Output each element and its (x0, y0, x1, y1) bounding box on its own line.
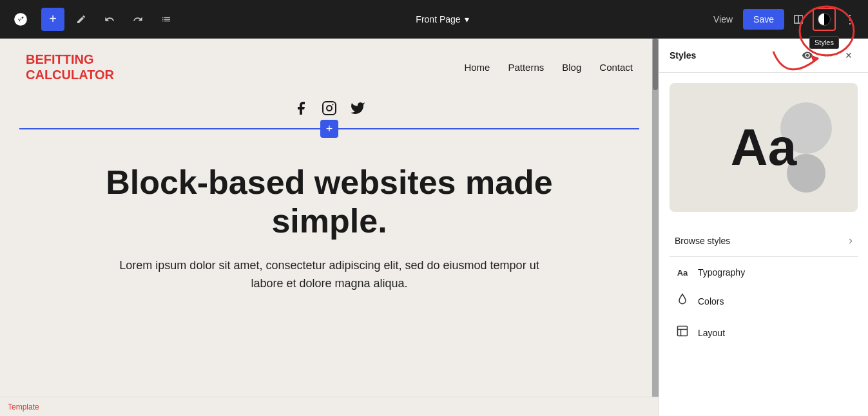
panel-divider-1 (670, 256, 858, 257)
add-block-bar: + (0, 120, 659, 138)
layout-item[interactable]: Layout (664, 317, 863, 348)
toolbar: W + Front Page ▾ View Save Styles (0, 0, 868, 39)
canvas-scrollbar[interactable] (652, 39, 659, 397)
toolbar-right: View Save Styles ⋮ (707, 8, 860, 31)
canvas-area: BEFITTING CALCULATOR Home Patterns Blog … (0, 39, 659, 416)
pencil-icon-button[interactable] (70, 8, 93, 31)
typography-icon: Aa (675, 268, 690, 278)
wp-logo[interactable]: W (8, 6, 34, 32)
site-hero: Block-based websites made simple. Lorem … (0, 138, 659, 306)
social-icons (0, 95, 659, 120)
browse-styles-row[interactable]: Browse styles › (664, 227, 863, 254)
nav-home[interactable]: Home (464, 62, 490, 73)
colors-label: Colors (698, 296, 853, 307)
styles-button-wrapper: Styles (813, 8, 836, 31)
instagram-icon[interactable] (322, 100, 337, 120)
typography-label: Typography (698, 267, 853, 278)
page-title-button[interactable]: Front Page ▾ (416, 14, 468, 24)
nav-contact[interactable]: Contact (599, 62, 633, 73)
colors-icon (675, 293, 690, 309)
svg-text:W: W (17, 17, 23, 23)
sidebar-toggle-button[interactable] (788, 9, 809, 30)
canvas-scrollbar-thumb (653, 39, 658, 90)
browse-styles-label: Browse styles (675, 236, 844, 246)
browse-styles-chevron: › (849, 234, 853, 247)
toolbar-center: Front Page ▾ (183, 14, 702, 24)
nav-patterns[interactable]: Patterns (508, 62, 544, 73)
add-block-inline-button[interactable]: + (320, 120, 338, 138)
typography-item[interactable]: Aa Typography (664, 260, 863, 285)
redo-button[interactable] (126, 8, 149, 31)
panel-section: Browse styles › Aa Typography Colors (659, 222, 868, 354)
twitter-icon[interactable] (350, 100, 365, 120)
svg-rect-5 (678, 326, 688, 336)
view-button[interactable]: View (707, 10, 739, 28)
panel-eye-button[interactable] (798, 46, 816, 64)
canvas-inner[interactable]: BEFITTING CALCULATOR Home Patterns Blog … (0, 39, 659, 397)
list-view-button[interactable] (155, 8, 178, 31)
add-block-line-right (338, 128, 639, 129)
bottom-template-label: Template (8, 402, 39, 411)
panel-close-button[interactable]: × (840, 46, 858, 64)
layout-icon (675, 325, 690, 341)
svg-point-3 (327, 106, 332, 111)
half-circle-icon (818, 13, 831, 26)
main-area: BEFITTING CALCULATOR Home Patterns Blog … (0, 39, 868, 416)
svg-point-4 (333, 104, 334, 106)
save-button[interactable]: Save (743, 9, 784, 30)
styles-button[interactable] (813, 8, 836, 31)
undo-button[interactable] (98, 8, 121, 31)
site-header: BEFITTING CALCULATOR Home Patterns Blog … (0, 39, 659, 95)
hero-title: Block-based websites made simple. (104, 164, 555, 241)
styles-panel: Styles × Aa Browse styles (659, 39, 868, 416)
panel-header: Styles × (659, 39, 868, 73)
svg-rect-2 (323, 102, 336, 115)
nav-blog[interactable]: Blog (562, 62, 581, 73)
colors-item[interactable]: Colors (664, 285, 863, 317)
facebook-icon[interactable] (293, 100, 309, 120)
add-block-button[interactable]: + (41, 8, 64, 31)
style-preview-aa: Aa (731, 118, 796, 177)
panel-header-icons: × (798, 46, 858, 64)
more-options-button[interactable]: ⋮ (840, 9, 860, 30)
layout-label: Layout (698, 328, 853, 338)
style-preview: Aa (670, 83, 858, 212)
add-block-line-left (19, 128, 320, 129)
bottom-bar: Template (0, 397, 659, 416)
site-nav: Home Patterns Blog Contact (464, 62, 633, 73)
site-logo: BEFITTING CALCULATOR (26, 52, 114, 82)
panel-options-button[interactable] (819, 46, 837, 64)
panel-title: Styles (670, 50, 798, 61)
hero-body: Lorem ipsum dolor sit amet, consectetur … (104, 256, 555, 294)
